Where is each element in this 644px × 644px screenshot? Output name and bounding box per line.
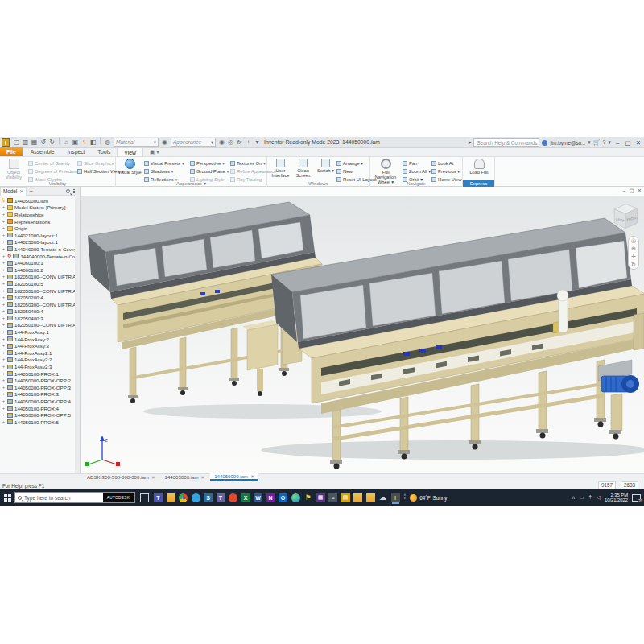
parameters-fx-icon[interactable]: fx — [236, 138, 243, 147]
calculator-icon[interactable]: ≡ — [328, 493, 337, 502]
teams-icon[interactable]: T — [154, 493, 163, 502]
browser-tab-close-icon[interactable]: ✕ — [19, 188, 23, 196]
tree-item[interactable]: + ϟ ↻ 144-ProxAssy2:3 — [0, 363, 75, 370]
doc-minimize-icon[interactable]: – — [623, 188, 626, 194]
tree-item[interactable]: + ϟ ↻ 144-ProxAssy:2 — [0, 336, 75, 343]
home-icon[interactable]: ⌂ — [63, 138, 70, 147]
ribbon-tab[interactable]: File — [0, 147, 23, 156]
clean-screen-button[interactable]: Clean Screen — [292, 159, 314, 178]
signed-in-user[interactable]: jim.byrne@su... — [550, 140, 585, 146]
nav-wheel-icon[interactable]: ◎ — [631, 237, 636, 244]
tree-expander[interactable]: + — [2, 407, 6, 411]
ribbon-tab[interactable]: ▣ ▾ — [143, 147, 166, 156]
inventor-app-icon[interactable]: I — [2, 138, 10, 147]
tree-expander[interactable]: + — [2, 386, 6, 390]
speaker-icon[interactable]: ◁ — [597, 494, 601, 501]
restore-button[interactable]: ▢ — [624, 139, 632, 147]
center-of-gravity-button[interactable]: Center of Gravity — [28, 159, 77, 167]
nav-zoom-icon[interactable]: ⊕ — [631, 246, 636, 252]
tree-expander[interactable]: + — [2, 413, 6, 417]
document-tab-close-icon[interactable]: ✕ — [201, 474, 205, 481]
tree-expander[interactable]: + — [2, 254, 6, 258]
tree-expander[interactable]: + — [2, 392, 6, 396]
tree-expander[interactable]: + — [2, 289, 6, 293]
separator[interactable] — [100, 137, 101, 144]
ground-plane-button[interactable]: Ground Plane▾ — [190, 167, 229, 175]
document-tab[interactable]: 144003000.iam ✕ — [161, 473, 209, 481]
appearance-sphere-icon[interactable]: ◉ — [161, 138, 168, 147]
look-at-button[interactable]: Look At — [431, 159, 462, 167]
tree-expander[interactable]: + — [2, 303, 6, 307]
tree-expander[interactable]: + — [2, 323, 6, 327]
ribbon-tab[interactable]: View — [117, 147, 143, 156]
tree-item[interactable]: + ϟ ↻ 144040000-Temate-n-Coveyors:1 — [0, 246, 75, 253]
tree-item[interactable]: + ϟ ↻ 144050100-PROX:1 — [0, 370, 75, 378]
tree-item[interactable]: + ϟ ↻ 144050000-PROX-OPP:5 — [0, 411, 75, 419]
collapse-arrow-icon[interactable]: ▸ — [469, 138, 472, 147]
store-icon[interactable]: ▦ — [316, 493, 325, 502]
start-button[interactable] — [0, 489, 14, 506]
panel-label-appearance[interactable]: Appearance ▾ — [116, 180, 266, 187]
qat-customize-icon[interactable]: ▾ — [254, 138, 261, 147]
material-swatch-icon[interactable]: ◧ — [89, 138, 97, 147]
user-menu-caret[interactable]: ▾ — [588, 138, 591, 147]
load-full-button[interactable]: Load Full — [467, 159, 491, 175]
visual-presets-button[interactable]: Visual Presets▾ — [144, 159, 184, 167]
tree-expander[interactable]: + — [2, 213, 6, 217]
user-avatar-icon[interactable] — [542, 140, 547, 146]
upload-icon[interactable]: ⇡ — [588, 494, 592, 501]
document-tab-close-icon[interactable]: ✕ — [250, 473, 254, 480]
degrees-of-freedom-button[interactable]: Degrees of Freedom — [28, 167, 77, 175]
redo-icon[interactable]: ↻ — [48, 138, 56, 147]
browser-search-icon[interactable] — [66, 189, 70, 193]
doc-close-icon[interactable]: ✕ — [638, 188, 642, 194]
tree-expander[interactable]: + — [2, 240, 6, 244]
previous-view-button[interactable]: Previous ▾ — [431, 167, 462, 175]
tree-item[interactable]: + ϟ ↻ 144050000-PROX-OPP:3 — [0, 384, 75, 391]
pan-button[interactable]: Pan — [402, 159, 431, 167]
tree-expander[interactable]: + — [2, 378, 6, 382]
app-red-icon[interactable] — [229, 493, 237, 502]
tree-item[interactable]: + ϟ ↻ 144021000-layout:1 — [0, 232, 75, 239]
book-icon[interactable]: ▤ — [341, 493, 350, 502]
tree-item[interactable]: + ϟ ↻ 182050100--CONV LIFTR ASSY:3 — [0, 287, 75, 295]
tree-expander[interactable]: + — [2, 261, 6, 265]
ribbon-tab[interactable]: Assemble — [24, 147, 61, 156]
tree-expander[interactable]: + — [2, 365, 6, 369]
weather-cloud-icon[interactable]: ☁ — [378, 493, 387, 502]
tree-item[interactable]: + ϟ ↻ Relationships — [0, 211, 75, 218]
tree-item[interactable]: + ϟ ↻ 182050200:4 — [0, 294, 75, 301]
help-search-input[interactable]: Search Help & Commands... — [473, 138, 539, 147]
tree-item[interactable]: + ϟ ↻ Origin — [0, 225, 75, 232]
tree-item[interactable]: + ϟ ↻ 144040000-Temate-n-Coveyors-RH:1 — [0, 253, 75, 260]
zoom-all-button[interactable]: Zoom All ▾ — [402, 167, 431, 175]
tree-item[interactable]: + ϟ ↻ 144050100-PROX:5 — [0, 419, 75, 426]
word-icon[interactable]: W — [254, 493, 262, 502]
tree-expander[interactable]: + — [2, 316, 6, 320]
teams-classic-icon[interactable]: T — [217, 493, 225, 502]
tree-expander[interactable]: + — [2, 372, 6, 376]
taskbar-scroll-arrows[interactable]: ˄˅ — [404, 494, 407, 502]
visual-style-button[interactable]: Visual Style — [118, 159, 142, 175]
tree-expander[interactable]: + — [2, 275, 6, 279]
tree-expander[interactable]: + — [2, 357, 6, 361]
tree-item[interactable]: + ϟ ↻ 144025000-layout:1 — [0, 239, 75, 246]
panel-label-navigate[interactable]: Navigate — [370, 180, 462, 187]
view-cube[interactable]: LEFT FRONT — [608, 200, 642, 234]
undo-icon[interactable]: ↺ — [39, 138, 47, 147]
tree-item[interactable]: + ϟ ↻ 144-ProxAssy2:1 — [0, 349, 75, 357]
snagit-icon[interactable]: S — [204, 493, 213, 502]
tree-expander[interactable]: + — [2, 399, 6, 403]
tree-expander[interactable]: + — [2, 295, 6, 299]
open-icon[interactable]: ▥ — [22, 138, 29, 147]
folder3-icon[interactable] — [366, 493, 375, 502]
tree-item[interactable]: + ϟ ↻ Model States: [Primary] — [0, 204, 75, 212]
nav-orbit-icon[interactable]: ↻ — [631, 262, 636, 268]
switch-button[interactable]: Switch ▾ — [315, 159, 336, 173]
perspective-button[interactable]: Perspective▾ — [190, 159, 229, 167]
tree-expander[interactable]: + — [2, 337, 6, 341]
adjust-icon[interactable]: ◉ — [218, 138, 225, 147]
user-interface-button[interactable]: User Interface — [270, 159, 291, 178]
taskbar-search-input[interactable]: Type here to search AUTODESK — [14, 492, 135, 503]
tree-expander[interactable]: + — [2, 351, 6, 355]
